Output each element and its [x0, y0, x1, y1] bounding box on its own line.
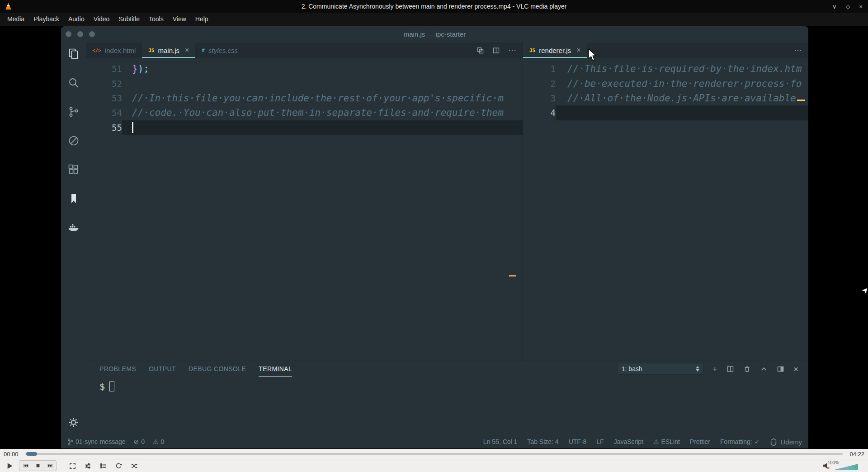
terminal-shell-select[interactable]: 1: bash [618, 363, 703, 375]
tab-output[interactable]: OUTPUT [149, 361, 176, 377]
edge-mouse-cursor [860, 287, 868, 297]
extended-settings-button[interactable] [82, 460, 94, 471]
tab-size-status[interactable]: Tab Size: 4 [527, 438, 558, 445]
more-actions-icon[interactable]: ⋯ [508, 45, 516, 55]
window-title: 2. Communicate Asynchronously between ma… [0, 0, 868, 13]
editor-group-left: </> index.html JS main.js × # styles.css [86, 43, 523, 361]
encoding-status[interactable]: UTF-8 [569, 438, 587, 445]
shuffle-button[interactable] [128, 460, 140, 471]
volume-percent: 100% [827, 460, 839, 465]
eslint-warning-icon: ⚠ [653, 438, 659, 445]
minimize-button[interactable]: ∨ [832, 3, 837, 10]
vscode-titlebar: main.js — ipc-starter [61, 26, 808, 43]
split-terminal-icon[interactable] [726, 365, 734, 373]
menu-media[interactable]: Media [3, 13, 29, 26]
menu-help[interactable]: Help [191, 13, 213, 26]
volume-control[interactable]: × 100% [822, 459, 864, 472]
maximize-button[interactable]: ◇ [845, 3, 850, 10]
vscode-window: main.js — ipc-starter [61, 26, 808, 448]
tab-renderer-js[interactable]: JS renderer.js × [523, 43, 587, 58]
more-actions-icon[interactable]: ⋯ [794, 45, 802, 55]
menu-video[interactable]: Video [89, 13, 114, 26]
loop-button[interactable] [113, 460, 124, 471]
close-button[interactable]: × [859, 3, 863, 10]
select-arrows-icon [696, 366, 699, 372]
debug-icon[interactable] [67, 134, 80, 147]
split-editor-icon[interactable] [492, 47, 500, 54]
html-file-icon: </> [92, 48, 101, 53]
new-terminal-icon[interactable]: + [712, 365, 717, 373]
total-time: 04:22 [847, 451, 864, 458]
source-control-icon[interactable] [67, 105, 80, 118]
docker-icon[interactable] [67, 221, 80, 234]
terminal-prompt: $ [99, 381, 105, 392]
seek-slider[interactable] [25, 453, 843, 455]
menu-view[interactable]: View [168, 13, 191, 26]
git-branch-icon [67, 438, 73, 446]
explorer-icon[interactable] [67, 48, 80, 60]
menu-tools[interactable]: Tools [144, 13, 168, 26]
video-canvas[interactable]: main.js — ipc-starter [0, 26, 868, 449]
mute-indicator-icon: × [827, 465, 830, 471]
editor-renderer-js[interactable]: 1 //·This·file·is·required·by·the·index.… [523, 58, 808, 361]
code-line-active: 4 [523, 105, 808, 120]
line-highlight-marker [797, 100, 805, 101]
formatting-status[interactable]: Formatting: ✓ [720, 438, 760, 445]
tabbar-right: JS renderer.js × ⋯ [523, 43, 808, 58]
tabbar-left: </> index.html JS main.js × # styles.css [86, 43, 523, 58]
menu-playback[interactable]: Playback [29, 13, 64, 26]
seek-handle[interactable] [26, 452, 37, 456]
traffic-zoom-icon[interactable] [89, 31, 95, 37]
tab-terminal[interactable]: TERMINAL [259, 361, 292, 377]
settings-gear-icon[interactable] [67, 416, 80, 429]
vlc-controls: × 100% [0, 459, 868, 472]
branch-status[interactable]: 01-sync-message [67, 438, 126, 446]
traffic-minimize-icon[interactable] [77, 31, 83, 37]
js-file-icon: JS [148, 48, 154, 53]
move-panel-icon[interactable] [777, 365, 784, 373]
previous-button[interactable] [19, 461, 32, 471]
terminal-cursor [109, 381, 114, 391]
open-changes-icon[interactable] [476, 47, 484, 54]
tab-main-js[interactable]: JS main.js × [142, 43, 195, 58]
tab-debug-console[interactable]: DEBUG CONSOLE [189, 361, 246, 377]
bottom-panel: PROBLEMS OUTPUT DEBUG CONSOLE TERMINAL 1… [86, 361, 808, 435]
kill-terminal-icon[interactable] [743, 365, 751, 373]
menu-subtitle[interactable]: Subtitle [114, 13, 144, 26]
editor-area: </> index.html JS main.js × # styles.css [86, 43, 808, 361]
close-panel-icon[interactable]: × [793, 365, 798, 373]
cursor-position-status[interactable]: Ln 55, Col 1 [483, 438, 518, 445]
bookmarks-icon[interactable] [67, 192, 80, 205]
editor-main-js[interactable]: 51 }); 52 53 //·In·this·file·you·can·inc… [86, 58, 523, 361]
elapsed-time: 00:00 [4, 451, 21, 458]
vscode-window-title: main.js — ipc-starter [61, 26, 808, 43]
udemy-logo-icon [769, 438, 778, 446]
menu-audio[interactable]: Audio [64, 13, 89, 26]
code-line: 53 //·In·this·file·you·can·include·the·r… [86, 91, 523, 105]
tab-index-html[interactable]: </> index.html [86, 43, 142, 58]
language-status[interactable]: JavaScript [614, 438, 643, 445]
stop-button[interactable] [32, 461, 44, 471]
search-icon[interactable] [67, 76, 80, 89]
fullscreen-button[interactable] [66, 460, 78, 471]
error-icon: ⊘ [134, 438, 139, 445]
close-tab-icon[interactable]: × [576, 46, 580, 54]
prettier-status[interactable]: Prettier [690, 438, 710, 445]
play-button[interactable] [4, 460, 15, 471]
playlist-button[interactable] [97, 460, 109, 471]
close-tab-icon[interactable]: × [185, 46, 189, 54]
traffic-close-icon[interactable] [66, 31, 71, 37]
eol-status[interactable]: LF [596, 438, 604, 445]
extensions-icon[interactable] [67, 163, 80, 176]
editor-group-right: JS renderer.js × ⋯ 1 //·This·file· [523, 43, 808, 361]
terminal[interactable]: $ [86, 377, 808, 435]
maximize-panel-icon[interactable] [760, 365, 768, 373]
vlc-titlebar: 2. Communicate Asynchronously between ma… [0, 0, 868, 13]
error-count[interactable]: ⊘ 0 [134, 438, 145, 445]
tab-styles-css[interactable]: # styles.css [195, 43, 244, 58]
tab-problems[interactable]: PROBLEMS [99, 361, 136, 377]
warning-count[interactable]: ⚠ 0 [153, 438, 164, 445]
code-line: 3 //·All·of·the·Node.js·APIs·are·availab… [523, 91, 808, 105]
next-button[interactable] [44, 461, 56, 471]
eslint-status[interactable]: ⚠ ESLint [653, 438, 680, 445]
